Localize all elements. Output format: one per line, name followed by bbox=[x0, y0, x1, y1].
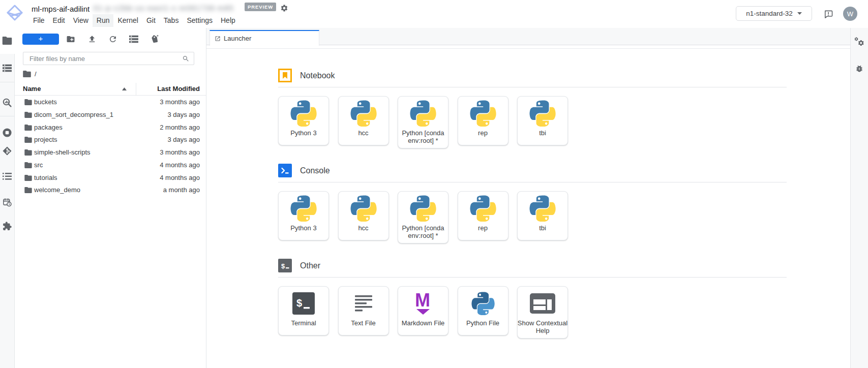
python-icon bbox=[529, 195, 556, 222]
file-row[interactable]: packages2 months ago bbox=[15, 121, 206, 134]
launcher-card-label: Text File bbox=[337, 319, 390, 327]
breadcrumb-root[interactable]: / bbox=[35, 70, 37, 78]
menu-help[interactable]: Help bbox=[217, 14, 240, 27]
section-divider bbox=[278, 182, 787, 182]
folder-icon bbox=[24, 187, 32, 193]
refresh-icon[interactable] bbox=[108, 35, 117, 44]
chevron-down-icon bbox=[797, 12, 802, 15]
upload-icon[interactable] bbox=[87, 35, 97, 44]
user-avatar[interactable]: W bbox=[843, 7, 857, 21]
launcher-card[interactable]: tbi bbox=[517, 191, 568, 240]
new-folder-icon[interactable] bbox=[66, 35, 75, 44]
launcher-card[interactable]: hcc bbox=[338, 191, 389, 240]
notebook-section-icon bbox=[278, 69, 292, 82]
file-modified: a month ago bbox=[163, 186, 200, 194]
search-chart-icon[interactable] bbox=[3, 98, 12, 108]
console-section-icon bbox=[278, 164, 292, 177]
menu-kernel[interactable]: Kernel bbox=[113, 14, 142, 27]
file-name: tutorials bbox=[34, 174, 57, 181]
launcher-card-label: Python [conda env:root] * bbox=[397, 129, 450, 145]
launcher-card[interactable]: Python [conda env:root] * bbox=[398, 191, 448, 243]
launcher-card[interactable]: Text File bbox=[338, 286, 389, 335]
launcher-card[interactable]: hcc bbox=[338, 96, 389, 145]
launcher-card-label: hcc bbox=[337, 129, 390, 137]
menu-bar: FileEditViewRunKernelGitTabsSettingsHelp bbox=[29, 14, 240, 27]
main-area: Launcher NotebookPython 3hccPython [cond… bbox=[206, 28, 850, 368]
menu-settings[interactable]: Settings bbox=[183, 14, 217, 27]
tab-launcher[interactable]: Launcher bbox=[209, 30, 319, 46]
tab-launcher-label: Launcher bbox=[224, 35, 251, 42]
left-sidebar bbox=[0, 28, 15, 368]
menu-view[interactable]: View bbox=[69, 14, 93, 27]
app-logo bbox=[6, 4, 23, 22]
scheduler-calendar-icon[interactable] bbox=[3, 198, 12, 207]
folder-icon bbox=[24, 137, 32, 143]
file-list-view-icon[interactable] bbox=[129, 36, 138, 43]
launcher-card[interactable]: Python 3 bbox=[278, 191, 329, 240]
tag-icon[interactable] bbox=[150, 35, 160, 44]
file-row[interactable]: src4 months ago bbox=[15, 159, 206, 172]
stop-circle-icon[interactable] bbox=[3, 128, 12, 138]
home-folder-icon[interactable] bbox=[23, 71, 31, 77]
property-inspector-gears-icon[interactable] bbox=[854, 37, 865, 47]
file-row[interactable]: welcome_demoa month ago bbox=[15, 184, 206, 197]
markdown-icon: M bbox=[413, 290, 433, 317]
launcher-card[interactable]: Python 3 bbox=[278, 96, 329, 145]
file-name: simple-shell-scripts bbox=[34, 148, 91, 156]
menu-tabs[interactable]: Tabs bbox=[160, 14, 183, 27]
launcher-card[interactable]: tbi bbox=[517, 96, 568, 145]
column-name[interactable]: Name bbox=[23, 85, 41, 93]
file-row[interactable]: dicom_sort_decompress_13 days ago bbox=[15, 109, 206, 121]
python-icon bbox=[410, 195, 436, 222]
table-of-contents-icon[interactable] bbox=[3, 173, 12, 180]
python-icon bbox=[470, 195, 496, 222]
python-icon bbox=[529, 100, 556, 127]
launcher-card-label: Python 3 bbox=[278, 224, 330, 232]
launcher-section-other: $Other$TerminalText FileMMarkdown FilePy… bbox=[278, 259, 787, 335]
app-title: ml-mps-aif-adilint bbox=[32, 5, 89, 13]
file-modified: 3 months ago bbox=[160, 148, 200, 156]
file-row[interactable]: simple-shell-scripts3 months ago bbox=[15, 146, 206, 159]
feedback-icon[interactable] bbox=[824, 10, 833, 18]
column-last-modified[interactable]: Last Modified bbox=[157, 85, 200, 93]
new-launcher-button[interactable]: + bbox=[22, 34, 59, 45]
launcher-card-label: Python [conda env:root] * bbox=[397, 224, 450, 240]
launcher-card[interactable]: rep bbox=[458, 191, 508, 240]
extensions-puzzle-icon[interactable] bbox=[3, 222, 12, 231]
launcher-card[interactable]: MMarkdown File bbox=[398, 286, 448, 335]
sort-ascending-icon[interactable] bbox=[122, 87, 127, 90]
running-sessions-icon[interactable] bbox=[3, 65, 12, 72]
launcher-card[interactable]: Python [conda env:root] * bbox=[398, 96, 448, 148]
file-row[interactable]: buckets3 months ago bbox=[15, 96, 206, 109]
top-bar: ml-mps-aif-adilint 01-p-c2bb-us-east1-c-… bbox=[0, 0, 868, 28]
breadcrumb: / bbox=[23, 70, 37, 78]
launcher-card-label: Show Contextual Help bbox=[517, 319, 569, 335]
other-section-icon: $ bbox=[278, 259, 292, 272]
git-icon[interactable] bbox=[3, 146, 12, 156]
section-title: Notebook bbox=[300, 71, 335, 80]
launcher-card[interactable]: rep bbox=[458, 96, 508, 145]
app-title-redacted: 01-p-c2bb-us-east1-c-m081739-m85 bbox=[94, 4, 234, 12]
menu-run[interactable]: Run bbox=[93, 14, 114, 27]
launcher-card[interactable]: Python File bbox=[458, 286, 508, 335]
section-divider bbox=[278, 87, 787, 87]
folder-icon bbox=[24, 149, 32, 156]
menu-file[interactable]: File bbox=[29, 14, 49, 27]
file-modified: 3 months ago bbox=[160, 98, 200, 106]
launcher-card-label: Python 3 bbox=[278, 129, 330, 137]
file-row[interactable]: tutorials4 months ago bbox=[15, 172, 206, 185]
debugger-bug-icon[interactable] bbox=[855, 65, 864, 73]
menu-git[interactable]: Git bbox=[142, 14, 160, 27]
preview-badge: PREVIEW bbox=[245, 3, 276, 11]
file-row[interactable]: projects3 days ago bbox=[15, 134, 206, 146]
launcher-card[interactable]: Show Contextual Help bbox=[517, 286, 568, 339]
menu-edit[interactable]: Edit bbox=[49, 14, 69, 27]
launcher-card[interactable]: $Terminal bbox=[278, 286, 329, 335]
folder-icon[interactable] bbox=[3, 37, 12, 45]
terminal-icon: $ bbox=[292, 290, 315, 317]
machine-type-button[interactable]: n1-standard-32 bbox=[736, 6, 812, 21]
filter-files-input[interactable] bbox=[23, 52, 194, 65]
file-name: dicom_sort_decompress_1 bbox=[34, 111, 113, 118]
section-divider bbox=[278, 277, 787, 278]
settings-gear-icon[interactable] bbox=[280, 4, 288, 12]
